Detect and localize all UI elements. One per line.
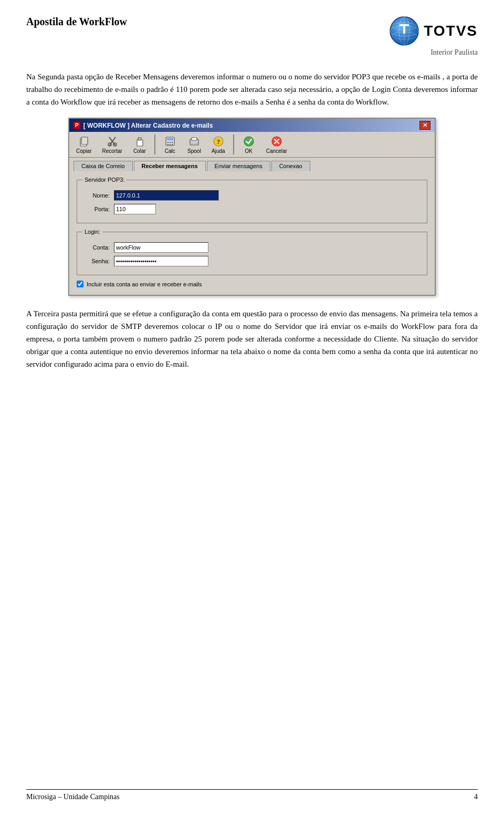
dialog-app-icon: P [74, 122, 80, 129]
toolbar-paste-label: Colar [133, 148, 146, 154]
totvs-logo: TOTVS [389, 16, 478, 46]
cancel-icon [270, 135, 283, 148]
dialog-title-text: P [ WORKFLOW ] Alterar Cadastro de e-mai… [74, 122, 213, 129]
spool-icon [188, 135, 201, 148]
conta-label: Conta: [82, 244, 114, 251]
toolbar-paste-button[interactable]: Colar [128, 133, 151, 156]
page-title: Apostila de WorkFlow [26, 16, 127, 28]
server-nome-row: Nome: [82, 190, 422, 201]
toolbar-help-button[interactable]: ? Ajuda [207, 133, 230, 156]
tab-enviar-mensagens-label: Enviar mensagens [215, 163, 262, 169]
dialog-close-button[interactable]: ✕ [419, 121, 430, 130]
svg-rect-17 [167, 138, 173, 140]
tab-receber-mensagens[interactable]: Receber mensagens [134, 161, 206, 171]
page-header: Apostila de WorkFlow [26, 16, 478, 61]
page-footer: Microsiga – Unidade Campinas 4 [26, 789, 478, 801]
toolbar-spool-label: Spool [187, 148, 201, 154]
porta-input[interactable] [114, 204, 156, 214]
senha-label: Senha: [82, 258, 114, 264]
cut-icon [106, 135, 119, 148]
toolbar-copy-label: Copiar [76, 148, 91, 154]
totvs-wordmark: TOTVS [424, 23, 478, 39]
svg-rect-15 [138, 138, 141, 140]
toolbar-cut-button[interactable]: Recortar [97, 133, 127, 156]
intro-paragraph: Na Segunda pasta opção de Receber Mensag… [26, 70, 478, 108]
svg-rect-25 [192, 138, 197, 140]
senha-row: Senha: [82, 256, 422, 266]
svg-point-23 [172, 144, 173, 145]
tab-enviar-mensagens[interactable]: Enviar mensagens [207, 161, 270, 171]
tab-conexao-label: Conexao [279, 163, 302, 169]
svg-rect-26 [191, 143, 193, 145]
svg-rect-7 [403, 24, 405, 34]
paste-icon [133, 135, 146, 148]
after-dialog-paragraph: A Terceira pasta permitirá que se efetue… [26, 307, 478, 370]
tab-conexao[interactable]: Conexao [271, 161, 310, 171]
toolbar-cut-label: Recortar [102, 148, 122, 154]
tab-receber-mensagens-label: Receber mensagens [142, 163, 198, 169]
senha-input[interactable] [114, 256, 208, 266]
conta-row: Conta: [82, 242, 422, 253]
server-section: Servidor POP3: Nome: Porta: [77, 177, 427, 223]
ok-icon [243, 135, 255, 148]
svg-point-30 [244, 137, 254, 146]
conta-input[interactable] [114, 242, 208, 253]
server-legend: Servidor POP3: [82, 177, 127, 183]
toolbar-cancel-button[interactable]: Cancelar [261, 133, 292, 156]
login-legend: Login: [82, 229, 102, 235]
toolbar-ok-label: OK [245, 148, 253, 154]
toolbar-copy-button[interactable]: Copiar [71, 133, 96, 156]
dialog-toolbar: Copiar Recortar Colar Calc Spool [69, 132, 435, 158]
globe-icon [389, 16, 419, 46]
footer-right: 4 [474, 793, 478, 801]
nome-label: Nome: [82, 192, 114, 199]
calc-icon [164, 135, 176, 148]
toolbar-ok-button[interactable]: OK [237, 133, 260, 156]
svg-rect-9 [81, 137, 88, 144]
svg-point-19 [170, 142, 171, 143]
dialog-window: P [ WORKFLOW ] Alterar Cadastro de e-mai… [68, 118, 436, 296]
toolbar-spool-button[interactable]: Spool [183, 133, 206, 156]
logo-block: TOTVS Interior Paulista [389, 16, 478, 57]
svg-rect-14 [137, 140, 143, 146]
toolbar-cancel-label: Cancelar [266, 148, 287, 154]
toolbar-calc-label: Calc [165, 148, 175, 154]
copy-icon [78, 135, 90, 148]
dialog-body: Servidor POP3: Nome: Porta: Login: Conta… [69, 171, 435, 295]
porta-label: Porta: [82, 206, 114, 212]
nome-input[interactable] [114, 190, 219, 201]
svg-point-21 [167, 144, 169, 145]
help-icon: ? [212, 135, 225, 148]
toolbar-separator-2 [233, 135, 234, 154]
toolbar-help-label: Ajuda [212, 148, 225, 154]
footer-left: Microsiga – Unidade Campinas [26, 793, 120, 801]
toolbar-separator-1 [154, 135, 155, 154]
location-text: Interior Paulista [430, 48, 478, 57]
include-account-checkbox[interactable] [77, 281, 83, 287]
svg-point-18 [167, 142, 169, 143]
tab-caixa-correio-label: Caixa de Correio [81, 163, 125, 169]
toolbar-calc-button[interactable]: Calc [159, 133, 182, 156]
checkbox-row: Incluir esta conta ao enviar e receber e… [77, 281, 427, 287]
server-porta-row: Porta: [82, 204, 422, 214]
svg-text:?: ? [217, 138, 220, 146]
dialog-title: [ WORKFLOW ] Alterar Cadastro de e-mails [83, 122, 213, 129]
login-section: Login: Conta: Senha: [77, 229, 427, 275]
checkbox-label: Incluir esta conta ao enviar e receber e… [87, 281, 202, 287]
svg-rect-27 [195, 143, 197, 145]
svg-point-22 [170, 144, 171, 145]
svg-point-20 [172, 142, 173, 143]
title-block: Apostila de WorkFlow [26, 16, 127, 28]
dialog-tabs: Caixa de Correio Receber mensagens Envia… [69, 158, 435, 171]
tab-caixa-correio[interactable]: Caixa de Correio [74, 161, 133, 171]
dialog-titlebar: P [ WORKFLOW ] Alterar Cadastro de e-mai… [69, 119, 435, 132]
